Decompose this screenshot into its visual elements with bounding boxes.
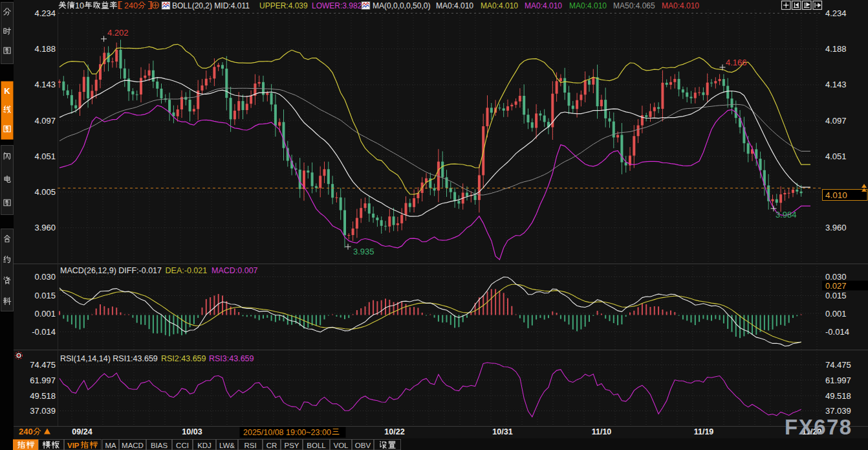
svg-text:MA0:4.010: MA0:4.010	[569, 1, 607, 10]
svg-text:BOLL(20,2) MID:4.011: BOLL(20,2) MID:4.011	[172, 1, 250, 10]
svg-text:CR: CR	[266, 442, 277, 449]
svg-text:BOLL: BOLL	[307, 442, 326, 449]
svg-text:4.188: 4.188	[34, 44, 56, 54]
svg-text:09/24: 09/24	[72, 427, 92, 436]
svg-text:MA50:4.065: MA50:4.065	[613, 1, 655, 10]
svg-text:4.202: 4.202	[107, 28, 129, 38]
svg-text:3.960: 3.960	[34, 223, 56, 232]
svg-text:0.015: 0.015	[34, 291, 56, 300]
svg-text:VIP: VIP	[67, 442, 80, 449]
svg-text:VOL: VOL	[333, 442, 349, 449]
svg-text:LOWER:3.982: LOWER:3.982	[312, 1, 362, 10]
svg-text:49.518: 49.518	[30, 391, 56, 401]
svg-text:4.051: 4.051	[825, 152, 847, 161]
svg-text:4.097: 4.097	[34, 116, 56, 126]
svg-text:10/31: 10/31	[492, 427, 512, 436]
svg-text:11/19: 11/19	[694, 427, 714, 436]
svg-text:2025/10/08 19:00~23:00: 2025/10/08 19:00~23:00	[243, 428, 331, 437]
svg-text:MA0:4.010: MA0:4.010	[436, 1, 473, 10]
svg-text:0.030: 0.030	[34, 272, 56, 282]
svg-text:MA(0,0,0,0,50,0): MA(0,0,0,0,50,0)	[373, 1, 430, 10]
svg-text:MA0:4.010: MA0:4.010	[481, 1, 518, 10]
svg-text:4.051: 4.051	[34, 152, 56, 161]
svg-text:0.027: 0.027	[825, 281, 847, 291]
svg-text:0.001: 0.001	[34, 309, 56, 319]
svg-text:0.001: 0.001	[825, 309, 847, 319]
svg-text:61.997: 61.997	[30, 376, 56, 385]
svg-text:10/22: 10/22	[384, 427, 404, 436]
svg-text:4.234: 4.234	[825, 8, 847, 18]
svg-text:RSI: RSI	[244, 442, 256, 449]
svg-text:MA0:4.010: MA0:4.010	[662, 1, 699, 10]
svg-text:49.518: 49.518	[825, 391, 851, 401]
svg-text:4.188: 4.188	[825, 44, 847, 54]
svg-text:PSY: PSY	[284, 442, 299, 449]
svg-text:-0.014: -0.014	[32, 327, 56, 337]
svg-text:10/03: 10/03	[182, 427, 202, 436]
svg-text:4.005: 4.005	[34, 187, 56, 197]
svg-text:240: 240	[19, 427, 33, 436]
svg-text:FX678: FX678	[785, 415, 852, 439]
svg-text:37.039: 37.039	[30, 406, 56, 416]
svg-text:DEA:-0.021: DEA:-0.021	[166, 266, 208, 275]
svg-text:MA: MA	[105, 442, 116, 449]
svg-text:4.143: 4.143	[825, 80, 847, 89]
svg-text:4.010: 4.010	[825, 190, 847, 200]
svg-text:11/10: 11/10	[592, 427, 612, 436]
svg-text:-0.014: -0.014	[825, 327, 849, 337]
svg-text:MACD: MACD	[122, 442, 144, 449]
svg-text:4.143: 4.143	[34, 80, 56, 89]
svg-text:MACD(26,12,9) DIFF:-0.017: MACD(26,12,9) DIFF:-0.017	[60, 266, 162, 275]
svg-text:KDJ: KDJ	[197, 442, 212, 449]
svg-text:MA0:4.010: MA0:4.010	[525, 1, 562, 10]
svg-text:74.475: 74.475	[825, 360, 851, 370]
svg-text:74.475: 74.475	[30, 360, 56, 370]
svg-text:LW&: LW&	[219, 442, 235, 449]
svg-text:4.166: 4.166	[726, 58, 747, 67]
svg-text:37.039: 37.039	[825, 406, 851, 416]
svg-text:OBV: OBV	[355, 442, 371, 449]
svg-text:240: 240	[124, 1, 138, 10]
svg-text:CCI: CCI	[176, 442, 189, 449]
svg-text:61.997: 61.997	[825, 376, 851, 385]
svg-text:RSI3:43.659: RSI3:43.659	[209, 354, 254, 363]
svg-text:UPPER:4.039: UPPER:4.039	[259, 1, 308, 10]
svg-text:RSI(14,14,14) RSI1:43.659: RSI(14,14,14) RSI1:43.659	[60, 354, 158, 363]
svg-text:4.234: 4.234	[34, 8, 56, 18]
svg-text:3.935: 3.935	[353, 247, 374, 256]
svg-text:RSI2:43.659: RSI2:43.659	[161, 354, 206, 363]
svg-text:10: 10	[75, 1, 84, 10]
svg-text:K: K	[4, 86, 10, 96]
svg-text:0.015: 0.015	[825, 291, 847, 300]
svg-text:3.984: 3.984	[776, 210, 797, 219]
svg-text:4.097: 4.097	[825, 116, 847, 126]
svg-text:BIAS: BIAS	[151, 442, 168, 449]
svg-text:MACD:0.007: MACD:0.007	[212, 266, 258, 275]
svg-text:3.960: 3.960	[825, 223, 847, 232]
